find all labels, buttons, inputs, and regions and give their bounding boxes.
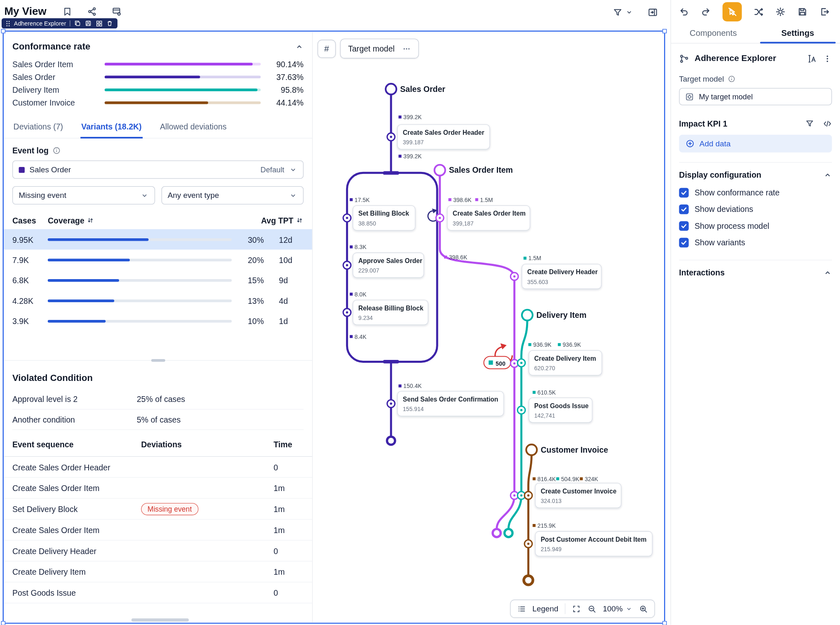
fit-screen-icon[interactable] (572, 604, 581, 613)
variant-coverage-fill (48, 320, 106, 322)
variant-row[interactable]: 6.8K15%9d (4, 270, 312, 290)
display-option-show-deviations[interactable]: Show deviations (679, 201, 832, 217)
conformance-bar-fill (105, 101, 208, 104)
share-button[interactable] (85, 4, 99, 18)
collapse-chevron-icon[interactable] (824, 170, 832, 179)
svg-text:504.9K: 504.9K (561, 476, 580, 482)
activity-post-customer-account-debit-item[interactable]: Post Customer Account Debit Item 215.949 (535, 531, 652, 556)
activity-release-billing-block[interactable]: Release Billing Block 9.234 (353, 300, 428, 325)
adherence-explorer-component[interactable]: Adherence Explorer Conformance rate Sale… (3, 31, 665, 624)
start-node-customer-invoice[interactable] (526, 444, 537, 455)
component-title: Adherence Explorer (695, 54, 802, 63)
checkbox-checked[interactable] (679, 237, 688, 247)
tab-allowed-deviations[interactable]: Allowed deviations (159, 117, 228, 138)
bookmark-icon (62, 6, 73, 16)
activity-send-sales-order-confirmation[interactable]: Send Sales Order Confirmation 155.914 (398, 391, 504, 416)
process-model[interactable]: 500 399.2K 399.2K 17.5K 8.3K 8.0K 8.4K 1… (316, 32, 664, 623)
deviation-type-select[interactable]: Missing event (12, 186, 155, 204)
event-sequence-row: Create Delivery Header0 (4, 540, 312, 562)
activity-post-goods-issue[interactable]: Post Goods Issue 142,741 (529, 398, 592, 423)
save-view-icon[interactable] (85, 20, 92, 27)
rename-icon[interactable] (807, 54, 818, 64)
kebab-menu-icon[interactable] (823, 54, 832, 63)
checkbox-checked[interactable] (679, 204, 688, 214)
pointer-mode-button[interactable] (723, 2, 742, 21)
duplicate-icon[interactable] (74, 20, 81, 27)
display-option-show-conformance-rate[interactable]: Show conformance rate (679, 185, 832, 200)
start-node-sales-order-item[interactable] (435, 165, 445, 176)
save-icon[interactable] (797, 7, 808, 17)
view-settings-button[interactable] (110, 4, 124, 18)
drag-handle-icon[interactable] (6, 20, 10, 27)
activity-create-sales-order-header[interactable]: Create Sales Order Header 399.187 (398, 125, 490, 149)
activity-approve-sales-order[interactable]: Approve Sales Order 229.007 (353, 253, 424, 277)
activity-create-sales-order-item[interactable]: Create Sales Order Item 399,187 (447, 206, 530, 230)
display-option-show-process-model[interactable]: Show process model (679, 218, 832, 234)
event-log-select[interactable]: Sales Order Default (12, 160, 304, 179)
activity-create-delivery-item[interactable]: Create Delivery Item 620.270 (529, 350, 602, 375)
code-icon[interactable] (823, 119, 832, 128)
checkbox-checked[interactable] (679, 188, 688, 197)
svg-text:Create Customer Invoice: Create Customer Invoice (541, 488, 616, 495)
loop-count: 500 (496, 360, 505, 367)
activity-create-customer-invoice[interactable]: Create Customer Invoice 324.013 (535, 483, 621, 508)
gear-icon[interactable] (775, 7, 786, 17)
display-option-show-variants[interactable]: Show variants (679, 235, 832, 250)
variant-row[interactable]: 3.9K10%1d (4, 311, 312, 331)
svg-text:398.6K: 398.6K (453, 197, 472, 203)
variant-row[interactable]: 4.28K13%4d (4, 290, 312, 310)
filter-button[interactable] (613, 7, 633, 18)
compare-icon[interactable] (753, 7, 764, 17)
collapse-chevron-icon[interactable] (295, 42, 304, 51)
tab-deviations-7[interactable]: Deviations (7) (12, 117, 64, 138)
target-model-input[interactable]: My target model (679, 88, 832, 106)
undo-icon[interactable] (679, 7, 689, 17)
resize-handle-bottom-right[interactable] (662, 621, 667, 625)
zoom-level-select[interactable]: 100% (603, 604, 632, 613)
resize-handle-top-right[interactable] (662, 29, 667, 33)
start-node-sales-order[interactable] (386, 84, 396, 94)
delete-icon[interactable] (106, 20, 113, 27)
rework-loop-indicator[interactable]: 500 (484, 343, 512, 369)
add-data-button[interactable]: Add data (679, 135, 832, 153)
sort-icon[interactable] (87, 216, 95, 224)
bookmark-button[interactable] (61, 4, 75, 18)
variant-coverage-fill (48, 279, 119, 282)
toggle-panel-button[interactable] (646, 5, 660, 19)
variants-list: 9.95K30%12d7.9K20%10d6.8K15%9d4.28K13%4d… (4, 229, 312, 331)
kpi-filter-icon[interactable] (805, 119, 814, 128)
variant-row[interactable]: 9.95K30%12d (4, 229, 312, 249)
variant-coverage-bar (48, 279, 232, 282)
panel-resize-divider[interactable] (4, 360, 312, 367)
variant-row[interactable]: 7.9K20%10d (4, 249, 312, 270)
checkbox-checked[interactable] (679, 221, 688, 230)
variants-table-header: Cases Coverage Avg TPT (4, 211, 312, 229)
activity-create-delivery-header[interactable]: Create Delivery Header 355.603 (522, 264, 601, 289)
event-type-select[interactable]: Any event type (161, 186, 304, 204)
exit-icon[interactable] (819, 7, 830, 17)
drag-pill[interactable] (151, 359, 165, 362)
zoom-out-icon[interactable] (587, 604, 597, 613)
end-node-sales-order-item (493, 529, 501, 537)
svg-text:Create Sales Order Item: Create Sales Order Item (453, 210, 526, 217)
selection-badge[interactable]: Adherence Explorer (2, 18, 118, 28)
panel-tab-components[interactable]: Components (671, 23, 756, 43)
legend-button[interactable]: Legend (532, 604, 558, 613)
sort-icon[interactable] (295, 216, 304, 224)
tab-variants-18-2k[interactable]: Variants (18.2K) (80, 117, 143, 139)
resize-handle-bottom-left[interactable] (1, 621, 5, 625)
zoom-in-icon[interactable] (639, 604, 648, 613)
collapse-chevron-icon[interactable] (824, 268, 832, 277)
start-node-delivery-item[interactable] (522, 310, 533, 320)
redo-icon[interactable] (700, 7, 711, 17)
widget-icon[interactable] (96, 20, 103, 27)
variant-coverage-value: 13% (239, 296, 264, 305)
panel-tab-settings[interactable]: Settings (756, 23, 840, 43)
resize-handle-top-left[interactable] (1, 29, 5, 33)
event-sequence-row: Post Goods Issue0 (4, 583, 312, 604)
badge-divider (70, 20, 70, 26)
conformance-metric-label: Delivery Item (12, 85, 105, 94)
svg-text:Create Delivery Item: Create Delivery Item (534, 355, 596, 362)
activity-set-billing-block[interactable]: Set Billing Block 38.850 (353, 206, 415, 230)
horizontal-scrollbar[interactable] (131, 618, 189, 622)
